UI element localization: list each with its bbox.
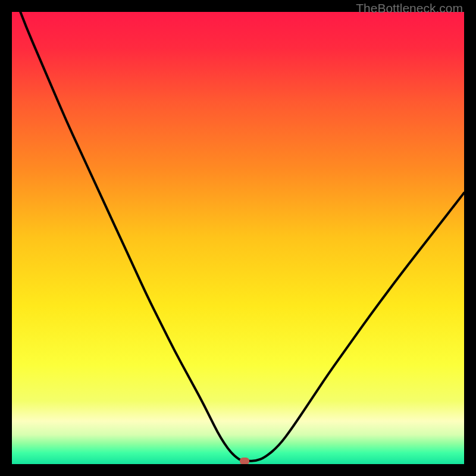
plot-area (12, 12, 464, 464)
optimal-point-marker (240, 458, 249, 464)
curve-layer (12, 12, 464, 464)
bottleneck-curve (12, 12, 464, 461)
watermark-text: TheBottleneck.com (356, 1, 463, 15)
chart-canvas: TheBottleneck.com (0, 0, 476, 476)
